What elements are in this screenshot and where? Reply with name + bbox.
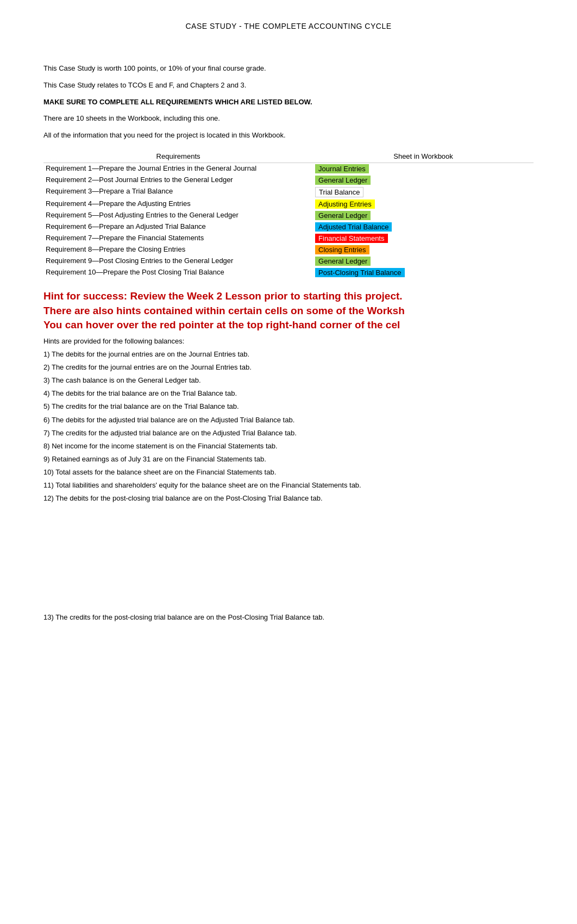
requirement-cell: Requirement 4—Prepare the Adjusting Entr…: [43, 198, 313, 210]
sheet-badge: Journal Entries: [315, 164, 369, 173]
hint-item: 7) The credits for the adjusted trial ba…: [43, 428, 534, 439]
col2-header: Sheet in Workbook: [313, 152, 534, 163]
requirement-cell: Requirement 3—Prepare a Trial Balance: [43, 186, 313, 198]
sheet-badge: General Ledger: [315, 257, 371, 266]
sheet-cell: General Ledger: [313, 255, 534, 267]
hint-item: 3) The cash balance is on the General Le…: [43, 375, 534, 386]
sheet-cell: Financial Statements: [313, 233, 534, 244]
hint-item: 8) Net income for the income statement i…: [43, 441, 534, 452]
hint-line1: Hint for success: Review the Week 2 Less…: [43, 290, 403, 302]
sheet-badge: General Ledger: [315, 176, 371, 185]
hint-item: 5) The credits for the trial balance are…: [43, 401, 534, 412]
hints-list: Hints are provided for the following bal…: [43, 336, 534, 504]
sheet-cell: General Ledger: [313, 174, 534, 186]
sheet-badge: Closing Entries: [315, 245, 369, 254]
table-row: Requirement 3—Prepare a Trial BalanceTri…: [43, 186, 534, 198]
sheet-badge: Adjusting Entries: [315, 199, 375, 209]
post-closing-note: 13) The credits for the post-closing tri…: [43, 613, 534, 621]
hint-line3: You can hover over the red pointer at th…: [43, 319, 400, 330]
sheet-badge: Adjusted Trial Balance: [315, 222, 392, 232]
hint-item: 11) Total liabilities and shareholders' …: [43, 480, 534, 491]
sheet-badge: Post-Closing Trial Balance: [315, 268, 404, 277]
sheet-cell: Post-Closing Trial Balance: [313, 267, 534, 278]
hint-item: 6) The debits for the adjusted trial bal…: [43, 415, 534, 426]
intro-section: This Case Study is worth 100 points, or …: [43, 63, 534, 141]
sheet-cell: Journal Entries: [313, 163, 534, 174]
hint-item: 10) Total assets for the balance sheet a…: [43, 467, 534, 478]
table-row: Requirement 9—Post Closing Entries to th…: [43, 255, 534, 267]
sheet-cell: Adjusted Trial Balance: [313, 221, 534, 233]
sheet-cell: Trial Balance: [313, 186, 534, 198]
table-row: Requirement 4—Prepare the Adjusting Entr…: [43, 198, 534, 210]
sheet-badge: Financial Statements: [315, 234, 387, 243]
col1-header: Requirements: [43, 152, 313, 163]
sheet-cell: Adjusting Entries: [313, 198, 534, 210]
table-row: Requirement 8—Prepare the Closing Entrie…: [43, 244, 534, 255]
hint-item: 2) The credits for the journal entries a…: [43, 362, 534, 373]
page-title: CASE STUDY - THE COMPLETE ACCOUNTING CYC…: [43, 22, 534, 30]
requirement-cell: Requirement 5—Post Adjusting Entries to …: [43, 210, 313, 221]
sheet-cell: Closing Entries: [313, 244, 534, 255]
hint-item: 12) The debits for the post-closing tria…: [43, 493, 534, 504]
intro-p4b: All of the information that you need for…: [43, 130, 534, 141]
sheet-cell: General Ledger: [313, 210, 534, 221]
hint-intro: Hints are provided for the following bal…: [43, 336, 534, 347]
sheet-badge: Trial Balance: [315, 187, 363, 197]
requirement-cell: Requirement 7—Prepare the Financial Stat…: [43, 233, 313, 244]
hint-section: Hint for success: Review the Week 2 Less…: [43, 289, 534, 504]
hint-item: 4) The debits for the trial balance are …: [43, 388, 534, 399]
table-row: Requirement 6—Prepare an Adjusted Trial …: [43, 221, 534, 233]
requirements-table: Requirements Sheet in Workbook Requireme…: [43, 152, 534, 278]
table-row: Requirement 10—Prepare the Post Closing …: [43, 267, 534, 278]
requirement-cell: Requirement 9—Post Closing Entries to th…: [43, 255, 313, 267]
table-row: Requirement 2—Post Journal Entries to th…: [43, 174, 534, 186]
table-row: Requirement 7—Prepare the Financial Stat…: [43, 233, 534, 244]
intro-p1: This Case Study is worth 100 points, or …: [43, 63, 534, 74]
intro-p3: MAKE SURE TO COMPLETE ALL REQUIREMENTS W…: [43, 97, 534, 108]
hint-item: 1) The debits for the journal entries ar…: [43, 349, 534, 360]
intro-p4a: There are 10 sheets in the Workbook, inc…: [43, 113, 534, 124]
requirement-cell: Requirement 1—Prepare the Journal Entrie…: [43, 163, 313, 174]
hint-item: 9) Retained earnings as of July 31 are o…: [43, 454, 534, 465]
hint-title: Hint for success: Review the Week 2 Less…: [43, 289, 534, 333]
table-row: Requirement 1—Prepare the Journal Entrie…: [43, 163, 534, 174]
intro-p2: This Case Study relates to TCOs E and F,…: [43, 80, 534, 91]
requirement-cell: Requirement 8—Prepare the Closing Entrie…: [43, 244, 313, 255]
requirement-cell: Requirement 2—Post Journal Entries to th…: [43, 174, 313, 186]
requirement-cell: Requirement 6—Prepare an Adjusted Trial …: [43, 221, 313, 233]
hint-line2: There are also hints contained within ce…: [43, 305, 405, 316]
table-row: Requirement 5—Post Adjusting Entries to …: [43, 210, 534, 221]
requirement-cell: Requirement 10—Prepare the Post Closing …: [43, 267, 313, 278]
sheet-badge: General Ledger: [315, 211, 371, 220]
